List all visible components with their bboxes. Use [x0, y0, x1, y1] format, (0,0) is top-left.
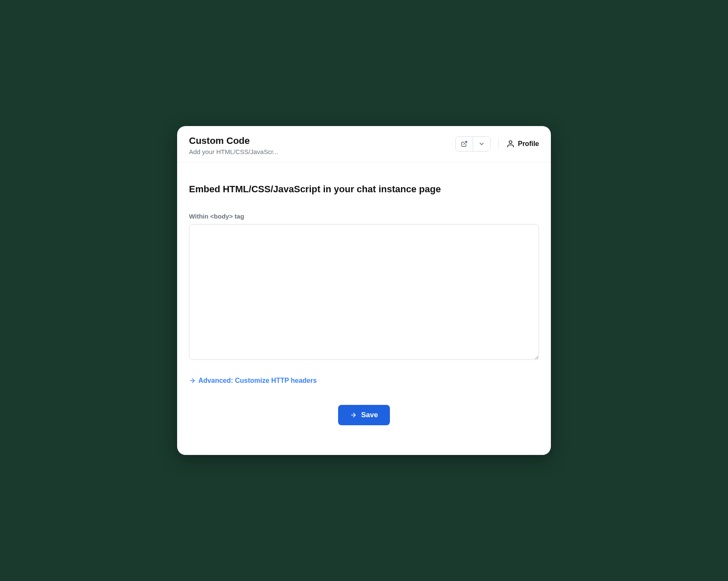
header-dropdown-button[interactable] — [473, 137, 490, 151]
arrow-right-icon — [189, 377, 196, 384]
section-title: Embed HTML/CSS/JavaScript in your chat i… — [189, 184, 539, 195]
svg-point-1 — [509, 141, 512, 144]
open-external-button[interactable] — [456, 137, 473, 151]
svg-line-0 — [464, 141, 467, 144]
header-right: Profile — [455, 135, 539, 152]
vertical-divider — [498, 138, 499, 150]
arrow-right-icon — [350, 412, 357, 418]
header-action-group — [455, 136, 491, 152]
profile-button[interactable]: Profile — [506, 140, 539, 148]
body-code-textarea[interactable] — [189, 224, 539, 360]
content: Embed HTML/CSS/JavaScript in your chat i… — [177, 163, 551, 455]
save-button-label: Save — [361, 411, 378, 419]
page-subtitle: Add your HTML/CSS/JavaScr... — [189, 148, 278, 155]
save-row: Save — [189, 405, 539, 425]
advanced-headers-link[interactable]: Advanced: Customize HTTP headers — [189, 377, 539, 385]
external-link-icon — [461, 140, 468, 147]
header-left: Custom Code Add your HTML/CSS/JavaScr... — [189, 135, 278, 155]
header: Custom Code Add your HTML/CSS/JavaScr... — [177, 126, 551, 163]
body-tag-label: Within <body> tag — [189, 213, 539, 220]
chevron-down-icon — [478, 140, 485, 147]
advanced-link-label: Advanced: Customize HTTP headers — [198, 377, 317, 385]
user-icon — [506, 140, 515, 148]
profile-label: Profile — [518, 140, 539, 148]
settings-card: Custom Code Add your HTML/CSS/JavaScr... — [177, 126, 551, 455]
save-button[interactable]: Save — [338, 405, 390, 425]
page-title: Custom Code — [189, 135, 278, 146]
